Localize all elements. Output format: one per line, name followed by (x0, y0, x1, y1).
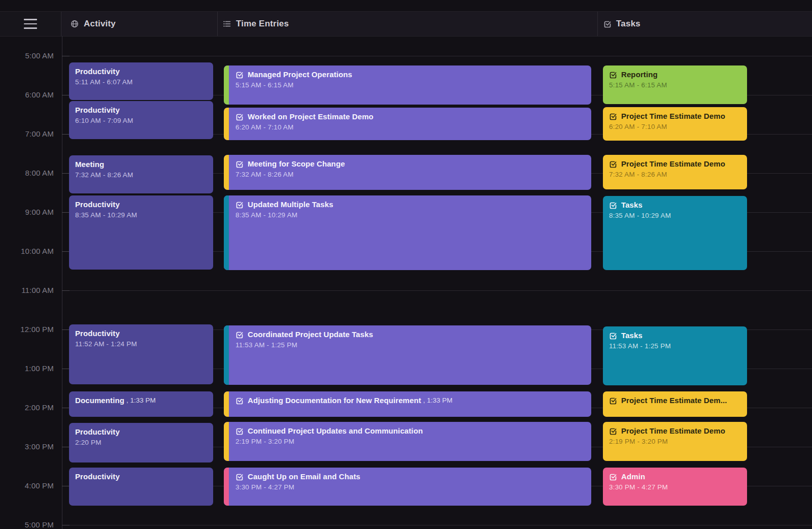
hour-label: 4:00 PM (0, 480, 54, 491)
hour-label: 2:00 PM (0, 402, 54, 413)
task-card[interactable]: Project Time Estimate Demo 6:20 AM - 7:1… (603, 107, 747, 141)
card-time: 5:11 AM - 6:07 AM (75, 78, 207, 86)
entry-accent-strip (224, 325, 229, 385)
checkbox-icon (235, 160, 244, 168)
checkbox-icon (609, 112, 617, 120)
hour-label: 11:00 AM (0, 285, 54, 296)
card-time: 2:20 PM (75, 439, 207, 446)
column-title: Tasks (616, 19, 640, 29)
timeline-board: 5:00 AM 6:00 AM 7:00 AM 8:00 AM 9:00 AM … (0, 36, 812, 529)
card-title: Project Time Estimate Demo (621, 112, 725, 120)
activity-card[interactable]: Meeting 7:32 AM - 8:26 AM (69, 155, 213, 193)
header-bar: Activity Time Entries Tasks (0, 11, 812, 37)
column-header-tasks[interactable]: Tasks (597, 12, 812, 36)
card-time: 7:32 AM - 8:26 AM (235, 171, 585, 178)
entry-accent-strip (224, 391, 229, 417)
checkbox-icon (609, 71, 617, 79)
time-entry-card[interactable]: Coordinated Project Update Tasks 11:53 A… (224, 325, 591, 385)
card-time: 7:32 AM - 8:26 AM (609, 171, 741, 178)
time-entry-card[interactable]: Adjusting Documentation for New Requirem… (224, 391, 591, 417)
activity-card[interactable]: Productivity 5:11 AM - 6:07 AM (69, 62, 213, 100)
checkbox-icon (609, 427, 617, 435)
card-time: 6:10 AM - 7:09 AM (75, 117, 207, 124)
card-time: 8:35 AM - 10:29 AM (609, 212, 741, 219)
card-time: 3:30 PM - 4:27 PM (235, 483, 585, 491)
menu-button[interactable] (0, 12, 61, 36)
hour-label: 6:00 AM (0, 89, 54, 101)
card-time: 3:30 PM - 4:27 PM (609, 483, 741, 491)
hour-label: 5:00 PM (0, 519, 54, 529)
hour-label: 3:00 PM (0, 441, 54, 452)
card-title: Managed Project Operations (248, 70, 352, 79)
time-entry-card[interactable]: Worked on Project Estimate Demo 6:20 AM … (224, 108, 591, 140)
activity-card[interactable]: Productivity (69, 468, 213, 506)
column-title: Time Entries (236, 19, 289, 29)
checkbox-icon (235, 473, 244, 481)
entry-accent-strip (224, 65, 229, 105)
card-time: 8:35 AM - 10:29 AM (75, 211, 207, 219)
activity-card[interactable]: Productivity 2:20 PM (69, 423, 213, 462)
entry-accent-strip (224, 155, 229, 190)
entry-accent-strip (224, 195, 229, 270)
card-title: Productivity (75, 472, 120, 481)
card-title: Productivity (75, 200, 120, 209)
column-header-activity[interactable]: Activity (61, 12, 217, 36)
hour-gridline (62, 290, 812, 291)
time-entry-card[interactable]: Meeting for Scope Change 7:32 AM - 8:26 … (224, 155, 591, 190)
hour-label: 9:00 AM (0, 207, 54, 218)
checkbox-icon (235, 201, 244, 209)
activity-card[interactable]: Productivity 8:35 AM - 10:29 AM (69, 195, 213, 270)
card-title: Productivity (75, 67, 120, 76)
entry-accent-strip (224, 422, 229, 461)
card-time: 7:32 AM - 8:26 AM (75, 171, 207, 179)
card-time: 2:19 PM - 3:20 PM (609, 438, 741, 445)
card-title: Productivity (75, 427, 120, 436)
checkbox-icon (609, 160, 617, 168)
activity-card[interactable]: Documenting, 1:33 PM (69, 391, 213, 417)
card-title: Project Time Estimate Dem... (621, 396, 727, 405)
card-title: Productivity (75, 329, 120, 338)
card-title: Meeting (75, 160, 104, 169)
card-title: Coordinated Project Update Tasks (248, 330, 373, 339)
card-time: 11:52 AM - 1:24 PM (75, 340, 207, 348)
card-title: Updated Multiple Tasks (248, 200, 333, 209)
hamburger-icon[interactable] (24, 19, 37, 29)
globe-icon (70, 19, 79, 28)
checkbox-icon (609, 396, 617, 405)
time-entry-card[interactable]: Caught Up on Email and Chats 3:30 PM - 4… (224, 468, 591, 506)
checkbox-icon (609, 201, 617, 209)
task-card[interactable]: Project Time Estimate Demo 2:19 PM - 3:2… (603, 422, 747, 461)
hour-label: 8:00 AM (0, 168, 54, 179)
card-time: 6:20 AM - 7:10 AM (609, 123, 741, 130)
task-card[interactable]: Project Time Estimate Demo 7:32 AM - 8:2… (603, 155, 747, 189)
card-title: Meeting for Scope Change (248, 159, 345, 168)
hour-gridline (62, 525, 812, 525)
card-time: 5:15 AM - 6:15 AM (609, 81, 741, 89)
task-card[interactable]: Tasks 8:35 AM - 10:29 AM (603, 196, 747, 270)
time-gutter-divider (62, 36, 62, 529)
time-tracking-app: Activity Time Entries Tasks 5:00 AM 6:00… (0, 0, 812, 529)
task-card[interactable]: Project Time Estimate Dem... (603, 391, 747, 417)
task-card[interactable]: Admin 3:30 PM - 4:27 PM (603, 468, 747, 506)
card-title: Admin (621, 472, 645, 481)
hour-label: 7:00 AM (0, 128, 54, 140)
column-header-time-entries[interactable]: Time Entries (217, 12, 597, 36)
time-entry-card[interactable]: Updated Multiple Tasks 8:35 AM - 10:29 A… (224, 195, 591, 270)
card-title: Project Time Estimate Demo (621, 159, 725, 168)
hour-label: 5:00 AM (0, 50, 54, 61)
checkbox-icon (609, 473, 617, 481)
checkbox-icon (603, 20, 612, 28)
card-time: 11:53 AM - 1:25 PM (609, 342, 741, 350)
task-card[interactable]: Reporting 5:15 AM - 6:15 AM (603, 65, 747, 104)
task-card[interactable]: Tasks 11:53 AM - 1:25 PM (603, 326, 747, 385)
entry-accent-strip (224, 108, 229, 140)
entry-accent-strip (224, 468, 229, 506)
time-entry-card[interactable]: Continued Project Updates and Communicat… (224, 422, 591, 461)
card-title: Continued Project Updates and Communicat… (248, 426, 423, 435)
activity-card[interactable]: Productivity 11:52 AM - 1:24 PM (69, 324, 213, 384)
activity-card[interactable]: Productivity 6:10 AM - 7:09 AM (69, 101, 213, 139)
card-title: Tasks (621, 331, 642, 340)
checkbox-icon (609, 332, 617, 340)
card-title: Tasks (621, 201, 642, 209)
time-entry-card[interactable]: Managed Project Operations 5:15 AM - 6:1… (224, 65, 591, 105)
